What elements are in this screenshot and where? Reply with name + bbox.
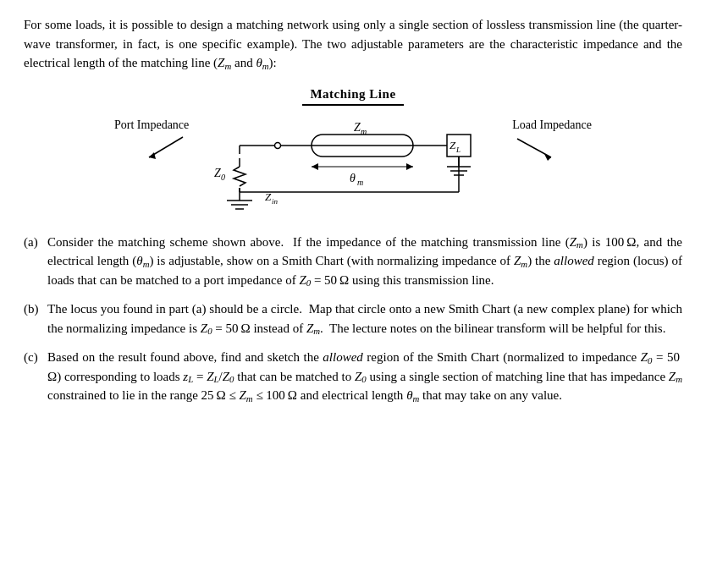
circuit-svg: Z 0 Z m Z L [189, 107, 510, 217]
svg-text:m: m [357, 178, 363, 187]
svg-point-11 [275, 142, 281, 148]
problem-a-text: Consider the matching scheme shown above… [47, 233, 682, 290]
svg-text:Z: Z [450, 139, 456, 151]
svg-text:Z: Z [214, 167, 221, 179]
matching-line-label: Matching Line [310, 85, 395, 104]
svg-text:Z: Z [354, 121, 361, 134]
svg-text:Z: Z [265, 190, 272, 203]
intro-paragraph: For some loads, it is possible to design… [24, 15, 682, 73]
problem-a-label: (a) [24, 233, 47, 252]
svg-text:L: L [455, 146, 461, 154]
problem-c: (c) Based on the result found above, fin… [24, 348, 682, 405]
svg-text:0: 0 [221, 173, 225, 182]
problem-b: (b) The locus you found in part (a) shou… [24, 299, 682, 338]
load-arrow-icon [512, 135, 559, 161]
load-impedance-label: Load Impedance [512, 116, 592, 134]
svg-text:θ: θ [350, 172, 356, 184]
problem-b-text: The locus you found in part (a) should b… [47, 299, 682, 338]
svg-text:in: in [272, 197, 279, 206]
svg-marker-29 [312, 163, 318, 170]
problem-c-label: (c) [24, 348, 47, 367]
svg-marker-30 [406, 163, 413, 170]
svg-line-35 [517, 139, 551, 157]
circuit-diagram: Matching Line Port Impedance [24, 85, 682, 217]
problem-c-text: Based on the result found above, find an… [47, 348, 682, 405]
problem-a: (a) Consider the matching scheme shown a… [24, 233, 682, 290]
svg-text:m: m [361, 127, 367, 136]
problem-b-label: (b) [24, 299, 47, 319]
port-impedance-label: Port Impedance [114, 116, 189, 134]
problem-list: (a) Consider the matching scheme shown a… [24, 233, 682, 405]
port-arrow-icon [142, 135, 189, 161]
